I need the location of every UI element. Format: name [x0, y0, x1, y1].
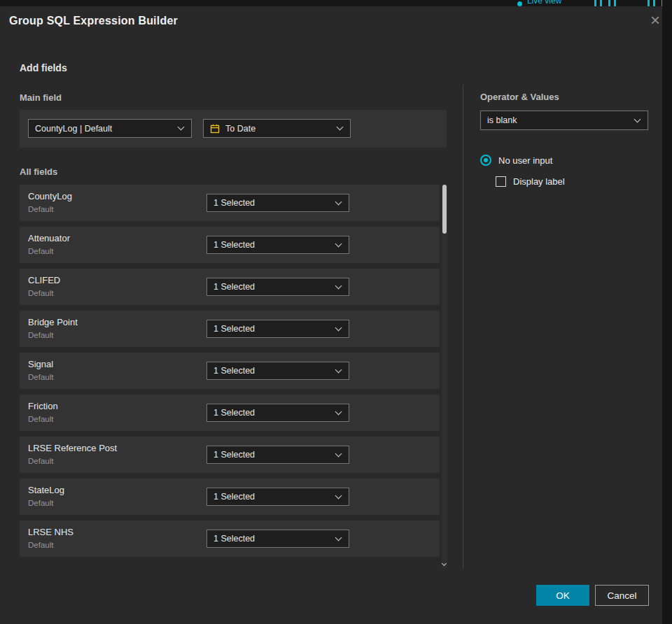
chevron-down-icon	[335, 366, 342, 373]
field-name: LRSE NHS	[28, 527, 74, 537]
screen: Live view Group SQL Expression Builder ×…	[0, 0, 672, 624]
field-subtitle: Default	[28, 373, 53, 381]
field-selected-value: 1 Selected	[214, 240, 330, 250]
background-toolbar-icon	[600, 0, 602, 6]
field-name: Bridge Point	[28, 317, 78, 327]
dialog-title: Group SQL Expression Builder	[9, 15, 178, 27]
field-row: CountyLog Default 1 Selected	[20, 185, 440, 221]
field-row: Friction Default 1 Selected	[20, 395, 440, 431]
main-field-label: Main field	[20, 92, 62, 103]
chevron-down-icon	[335, 282, 342, 289]
field-selected-value: 1 Selected	[214, 492, 330, 502]
chevron-down-icon	[634, 115, 641, 122]
field-selected-value: 1 Selected	[214, 408, 330, 418]
no-user-input-radio-row[interactable]: No user input	[480, 155, 552, 166]
chevron-down-icon	[335, 408, 342, 415]
background-right-strip	[662, 0, 672, 624]
operator-dropdown-value: is blank	[487, 115, 629, 125]
field-selected-value: 1 Selected	[214, 366, 330, 376]
chevron-down-icon	[335, 492, 342, 499]
field-subtitle: Default	[28, 457, 53, 465]
background-toolbar-icon	[614, 0, 616, 6]
field-row: StateLog Default 1 Selected	[20, 478, 440, 515]
all-fields-label: All fields	[20, 166, 57, 177]
field-selected-value: 1 Selected	[214, 534, 330, 544]
background-toolbar-icon	[648, 0, 650, 6]
main-field-dropdown[interactable]: CountyLog | Default	[28, 119, 192, 138]
field-name: StateLog	[28, 485, 64, 495]
field-row: Attenuator Default 1 Selected	[20, 227, 440, 263]
field-selected-dropdown[interactable]: 1 Selected	[206, 404, 349, 422]
field-subtitle: Default	[28, 415, 53, 423]
field-selected-value: 1 Selected	[214, 450, 330, 460]
background-toolbar-icon	[653, 0, 655, 6]
field-selected-dropdown[interactable]: 1 Selected	[206, 236, 349, 254]
background-toolbar-icon	[594, 0, 596, 6]
chevron-down-icon	[335, 240, 342, 247]
main-field-panel: CountyLog | Default To Date	[20, 110, 447, 148]
add-fields-heading: Add fields	[20, 62, 67, 73]
field-name: Signal	[28, 359, 53, 369]
column-divider	[463, 85, 463, 569]
main-field-dropdown-value: CountyLog | Default	[35, 124, 173, 134]
scrollbar[interactable]	[442, 185, 447, 568]
radio-selected-icon[interactable]	[480, 155, 491, 166]
operator-values-heading: Operator & Values	[480, 92, 559, 102]
group-sql-expression-builder-dialog: Group SQL Expression Builder × Add field…	[0, 6, 662, 624]
field-name: Attenuator	[28, 233, 70, 243]
operator-dropdown[interactable]: is blank	[480, 111, 648, 130]
field-row: CLIFED Default 1 Selected	[20, 269, 440, 305]
background-app-strip: Live view	[0, 0, 672, 6]
live-view-label: Live view	[527, 0, 561, 6]
chevron-down-icon	[335, 198, 342, 205]
field-selected-value: 1 Selected	[214, 324, 330, 334]
cancel-button[interactable]: Cancel	[595, 585, 649, 606]
field-subtitle: Default	[28, 247, 53, 255]
field-row: Signal Default 1 Selected	[20, 353, 440, 389]
checkbox-unchecked-icon[interactable]	[496, 176, 506, 187]
chevron-down-icon	[178, 124, 185, 131]
field-row: LRSE Reference Post Default 1 Selected	[20, 437, 440, 473]
main-field-date-dropdown[interactable]: To Date	[203, 119, 351, 138]
close-icon[interactable]: ×	[644, 9, 666, 31]
field-name: CLIFED	[28, 275, 60, 285]
field-subtitle: Default	[28, 499, 53, 507]
field-name: LRSE Reference Post	[28, 443, 117, 453]
field-row: LRSE NHS Default 1 Selected	[20, 520, 440, 557]
live-view-dot-icon	[517, 1, 522, 6]
scrollbar-down-arrow-icon[interactable]	[442, 562, 447, 566]
field-selected-dropdown[interactable]: 1 Selected	[206, 278, 349, 296]
field-subtitle: Default	[28, 331, 53, 339]
field-name: Friction	[28, 401, 58, 411]
field-selected-dropdown[interactable]: 1 Selected	[206, 362, 349, 380]
field-selected-dropdown[interactable]: 1 Selected	[206, 530, 349, 548]
field-row: Bridge Point Default 1 Selected	[20, 311, 440, 347]
field-selected-dropdown[interactable]: 1 Selected	[206, 194, 349, 212]
field-subtitle: Default	[28, 205, 53, 213]
scrollbar-thumb[interactable]	[442, 185, 447, 234]
field-selected-value: 1 Selected	[214, 198, 330, 208]
chevron-down-icon	[337, 124, 344, 131]
no-user-input-label: No user input	[498, 155, 552, 166]
field-name: CountyLog	[28, 191, 72, 201]
field-subtitle: Default	[28, 541, 53, 549]
chevron-down-icon	[335, 534, 342, 541]
field-selected-dropdown[interactable]: 1 Selected	[206, 488, 349, 506]
display-label-checkbox-row[interactable]: Display label	[496, 176, 565, 187]
chevron-down-icon	[335, 324, 342, 331]
field-selected-dropdown[interactable]: 1 Selected	[206, 446, 349, 464]
calendar-icon	[210, 124, 220, 134]
chevron-down-icon	[335, 450, 342, 457]
field-selected-dropdown[interactable]: 1 Selected	[206, 320, 349, 338]
field-selected-value: 1 Selected	[214, 282, 330, 292]
display-label-label: Display label	[513, 176, 565, 187]
ok-button[interactable]: OK	[536, 585, 589, 606]
main-field-date-value: To Date	[225, 124, 332, 134]
field-subtitle: Default	[28, 289, 53, 297]
all-fields-list: CountyLog Default 1 Selected Attenuator …	[20, 185, 440, 562]
background-toolbar-icon	[608, 0, 610, 6]
